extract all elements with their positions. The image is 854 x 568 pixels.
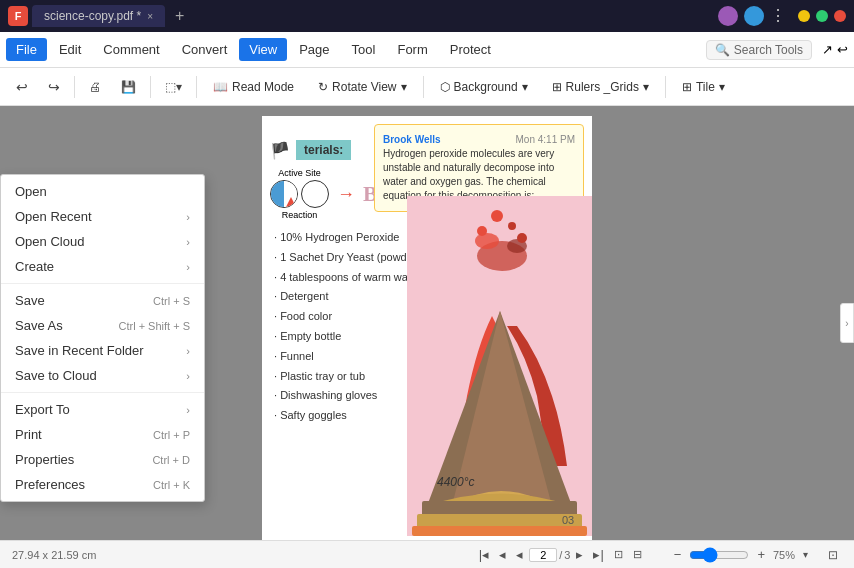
submenu-arrow: › — [186, 370, 190, 382]
tile-icon: ⊞ — [682, 80, 692, 94]
menu-item-edit[interactable]: Edit — [49, 38, 91, 61]
active-site-label: Active Site — [278, 168, 321, 178]
tab[interactable]: science-copy.pdf * × — [32, 5, 165, 27]
submenu-arrow: › — [186, 404, 190, 416]
prev-page-button[interactable]: ◂ — [495, 545, 510, 564]
menu-icon[interactable]: ⋮ — [770, 6, 786, 26]
svg-rect-12 — [412, 526, 587, 536]
read-mode-button[interactable]: 📖 Read Mode — [203, 76, 304, 98]
extension-icon — [744, 6, 764, 26]
zoom-level: 75% — [773, 549, 795, 561]
tab-title: science-copy.pdf * — [44, 9, 141, 23]
svg-point-7 — [517, 233, 527, 243]
chevron-down-icon4: ▾ — [719, 80, 725, 94]
first-page-button[interactable]: |◂ — [475, 545, 493, 564]
undo-button[interactable]: ↩ — [8, 75, 36, 99]
main-area: Brook Wells Mon 4:11 PM Hydrogen peroxid… — [0, 106, 854, 540]
submenu-arrow: › — [186, 236, 190, 248]
submenu-arrow: › — [186, 211, 190, 223]
rulers-icon: ⊞ — [552, 80, 562, 94]
volcano-image: 4400°c 03 — [407, 196, 592, 536]
redo-button[interactable]: ↪ — [40, 75, 68, 99]
search-tools[interactable]: 🔍 Search Tools — [706, 40, 812, 60]
menu-item-convert[interactable]: Convert — [172, 38, 238, 61]
read-mode-icon: 📖 — [213, 80, 228, 94]
zoom-in-button[interactable]: + — [753, 545, 769, 564]
menu-section-open: Open Open Recent › Open Cloud › Create › — [1, 175, 204, 283]
menu-item-file[interactable]: File — [6, 38, 47, 61]
tab-close-icon[interactable]: × — [147, 11, 153, 22]
search-tools-label: Search Tools — [734, 43, 803, 57]
app-icon: F — [8, 6, 28, 26]
background-icon: ⬡ — [440, 80, 450, 94]
rotate-icon: ↻ — [318, 80, 328, 94]
help-icon[interactable]: ↩ — [837, 42, 848, 57]
menu-item-protect[interactable]: Protect — [440, 38, 501, 61]
svg-point-5 — [508, 222, 516, 230]
right-panel-collapse[interactable]: › — [840, 303, 854, 343]
reaction-circle-left — [270, 180, 298, 208]
background-button[interactable]: ⬡ Background ▾ — [430, 76, 538, 98]
rotate-view-button[interactable]: ↻ Rotate View ▾ — [308, 76, 416, 98]
tile-button[interactable]: ⊞ Tile ▾ — [672, 76, 735, 98]
annotation-text: Hydrogen peroxide molecules are very uns… — [383, 148, 554, 201]
chevron-down-icon2: ▾ — [522, 80, 528, 94]
menu-save-recent-folder[interactable]: Save in Recent Folder › — [1, 338, 204, 363]
menu-export-to[interactable]: Export To › — [1, 397, 204, 422]
select-tool[interactable]: ⬚▾ — [157, 76, 190, 98]
menu-bar: File Edit Comment Convert View Page Tool… — [0, 32, 854, 68]
share-icon[interactable]: ↗ — [822, 42, 833, 57]
next-page-button[interactable]: ▸ — [572, 545, 587, 564]
svg-point-2 — [475, 233, 499, 249]
new-tab-button[interactable]: + — [169, 7, 190, 25]
annotation-time: Mon 4:11 PM — [516, 133, 575, 147]
document-dimensions: 27.94 x 21.59 cm — [12, 549, 96, 561]
svg-text:03: 03 — [562, 514, 574, 526]
fit-page-button[interactable]: ⊡ — [610, 546, 627, 563]
maximize-button[interactable] — [816, 10, 828, 22]
reaction-circle-right — [301, 180, 329, 208]
chevron-down-icon: ▾ — [401, 80, 407, 94]
save-button[interactable]: 💾 — [113, 76, 144, 98]
menu-open-cloud[interactable]: Open Cloud › — [1, 229, 204, 254]
menu-open-recent[interactable]: Open Recent › — [1, 204, 204, 229]
menu-save-as[interactable]: Save As Ctrl + Shift + S — [1, 313, 204, 338]
materials-heading: terials: — [296, 140, 351, 160]
page-separator: / — [559, 549, 562, 561]
menu-open[interactable]: Open — [1, 179, 204, 204]
zoom-out-button[interactable]: − — [670, 545, 686, 564]
menu-save[interactable]: Save Ctrl + S — [1, 288, 204, 313]
menu-item-comment[interactable]: Comment — [93, 38, 169, 61]
chevron-down-icon3: ▾ — [643, 80, 649, 94]
reaction-arrow: → — [337, 184, 355, 205]
print-button[interactable]: 🖨 — [81, 76, 109, 98]
menu-create[interactable]: Create › — [1, 254, 204, 279]
menu-save-cloud[interactable]: Save to Cloud › — [1, 363, 204, 388]
menu-print[interactable]: Print Ctrl + P — [1, 422, 204, 447]
menu-section-save: Save Ctrl + S Save As Ctrl + Shift + S S… — [1, 283, 204, 392]
full-screen-button[interactable]: ⊡ — [824, 546, 842, 564]
menu-preferences[interactable]: Preferences Ctrl + K — [1, 472, 204, 497]
reaction-label: Reaction — [282, 210, 318, 220]
total-pages: 3 — [564, 549, 570, 561]
menu-item-view[interactable]: View — [239, 38, 287, 61]
toolbar: ↩ ↪ 🖨 💾 ⬚▾ 📖 Read Mode ↻ Rotate View ▾ ⬡… — [0, 68, 854, 106]
current-page-input[interactable] — [529, 548, 557, 562]
svg-point-6 — [491, 210, 503, 222]
zoom-slider[interactable] — [689, 547, 749, 563]
menu-item-tool[interactable]: Tool — [342, 38, 386, 61]
status-bar: 27.94 x 21.59 cm |◂ ◂ ◂ / 3 ▸ ▸| ⊡ ⊟ − +… — [0, 540, 854, 568]
submenu-arrow: › — [186, 261, 190, 273]
annotation-author: Brook Wells — [383, 134, 441, 145]
menu-item-page[interactable]: Page — [289, 38, 339, 61]
fit-width-button[interactable]: ⊟ — [629, 546, 646, 563]
menu-properties[interactable]: Properties Ctrl + D — [1, 447, 204, 472]
last-page-button[interactable]: ▸| — [589, 545, 607, 564]
rulers-grids-button[interactable]: ⊞ Rulers _Grids ▾ — [542, 76, 659, 98]
menu-section-export: Export To › Print Ctrl + P Properties Ct… — [1, 392, 204, 501]
close-button[interactable] — [834, 10, 846, 22]
minimize-button[interactable] — [798, 10, 810, 22]
back-button[interactable]: ◂ — [512, 545, 527, 564]
menu-item-form[interactable]: Form — [387, 38, 437, 61]
zoom-dropdown-button[interactable]: ▾ — [799, 547, 812, 562]
